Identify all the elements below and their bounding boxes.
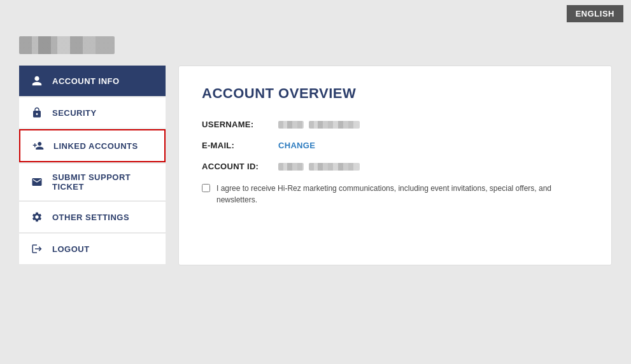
email-row: E-MAIL: CHANGE: [202, 141, 588, 150]
content-area: ACCOUNT OVERVIEW USERNAME: E-MAIL: CHANG…: [178, 66, 612, 265]
email-label: E-MAIL:: [202, 141, 278, 150]
username-value: [278, 121, 360, 129]
username-blurred-long: [309, 121, 360, 129]
sidebar: ACCOUNT INFO SECURITY LINKED ACCOUNTS: [19, 66, 166, 265]
marketing-label[interactable]: I agree to receive Hi-Rez marketing comm…: [216, 183, 571, 206]
gear-icon: [31, 211, 43, 223]
sidebar-item-security[interactable]: SECURITY: [19, 97, 166, 128]
account-id-label: ACCOUNT ID:: [202, 162, 278, 171]
account-id-row: ACCOUNT ID:: [202, 162, 588, 171]
person-add-icon: [32, 139, 45, 152]
email-value: CHANGE: [278, 141, 315, 150]
person-icon: [31, 74, 43, 87]
top-bar: ENGLISH: [0, 0, 631, 27]
sidebar-item-linked-accounts-label: LINKED ACCOUNTS: [53, 141, 138, 151]
sidebar-item-logout[interactable]: LOGOUT: [19, 234, 166, 264]
lock-icon: [31, 106, 43, 119]
sidebar-item-support[interactable]: SUBMIT SUPPORT TICKET: [19, 164, 166, 200]
marketing-checkbox-row: I agree to receive Hi-Rez marketing comm…: [202, 183, 571, 206]
account-id-value: [278, 163, 360, 171]
username-row: USERNAME:: [202, 120, 588, 129]
username-label: USERNAME:: [202, 120, 278, 129]
logo: [19, 36, 115, 54]
sidebar-item-other-settings[interactable]: OTHER SETTINGS: [19, 202, 166, 232]
sidebar-item-security-label: SECURITY: [52, 108, 97, 118]
sidebar-item-account-info-label: ACCOUNT INFO: [52, 76, 120, 86]
sidebar-item-support-label: SUBMIT SUPPORT TICKET: [52, 172, 154, 192]
section-title: ACCOUNT OVERVIEW: [202, 85, 588, 102]
sidebar-item-other-settings-label: OTHER SETTINGS: [52, 213, 129, 222]
sidebar-item-logout-label: LOGOUT: [52, 244, 90, 254]
account-id-blurred-long: [309, 163, 360, 171]
header-section: [0, 27, 631, 60]
language-button[interactable]: ENGLISH: [567, 5, 623, 22]
sidebar-item-account-info[interactable]: ACCOUNT INFO: [19, 66, 166, 96]
envelope-icon: [31, 176, 43, 188]
logout-icon: [31, 242, 43, 255]
username-blurred-short: [278, 121, 304, 129]
account-id-blurred-short: [278, 163, 304, 171]
sidebar-item-linked-accounts[interactable]: LINKED ACCOUNTS: [19, 129, 166, 162]
main-container: ACCOUNT INFO SECURITY LINKED ACCOUNTS: [0, 66, 631, 284]
change-email-link[interactable]: CHANGE: [278, 141, 315, 150]
marketing-checkbox[interactable]: [202, 184, 210, 192]
